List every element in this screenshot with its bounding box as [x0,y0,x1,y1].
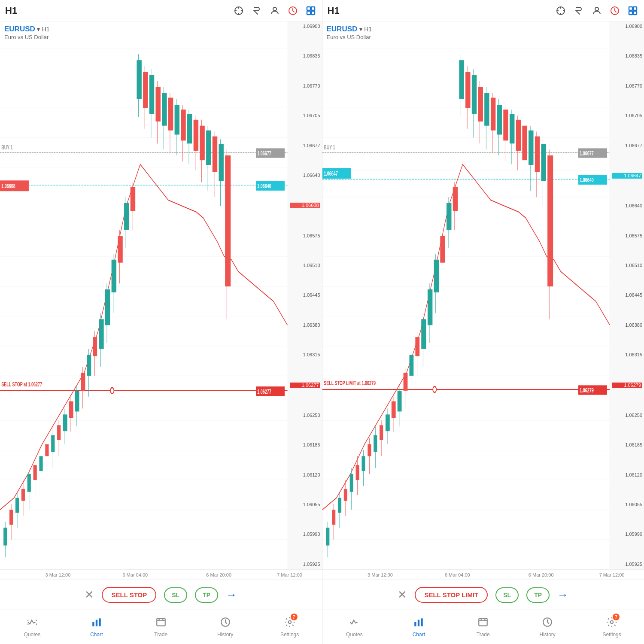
svg-rect-10 [311,11,315,15]
formula-icon-right[interactable] [573,5,585,17]
price-level: 1.06445 [290,293,320,298]
price-level: 1.06055 [290,502,320,507]
left-nav-quotes-label: Quotes [24,632,41,638]
left-header-icons [233,5,317,17]
right-nav-settings[interactable]: 7 Settings [580,610,644,644]
svg-rect-109 [225,155,231,286]
svg-rect-61 [75,391,79,412]
svg-rect-180 [397,391,401,412]
svg-rect-63 [81,373,85,391]
right-order-type-button[interactable]: SELL STOP LIMIT [415,587,488,603]
svg-text:1.06640: 1.06640 [580,176,593,184]
price-level: 1.06640 [612,204,642,208]
left-nav-settings[interactable]: 7 Settings [258,610,322,644]
svg-rect-200 [459,60,464,99]
right-nav-trade-label: Trade [477,632,490,638]
crosshair-icon-left[interactable] [233,5,245,17]
svg-rect-101 [200,126,204,160]
right-close-button[interactable]: ✕ [398,588,407,601]
right-nav-trade[interactable]: Trade [451,610,515,644]
svg-rect-210 [490,98,495,131]
price-level: 1.06575 [290,234,320,238]
right-header-icons [555,5,639,17]
svg-text:1.06647: 1.06647 [324,170,337,177]
svg-rect-162 [343,489,347,501]
right-nav-history[interactable]: History [515,610,580,644]
left-nav-chart[interactable]: Chart [64,610,129,644]
right-sl-button[interactable]: SL [495,587,519,603]
price-level: 1.06677 [290,143,320,148]
right-tp-button[interactable]: TP [526,587,550,603]
timer-icon-left[interactable] [287,5,299,17]
time-label-4: 7 Mar 12:00 [599,572,625,577]
price-level: 1.06608 [290,203,320,208]
price-level: 1.06575 [612,234,642,238]
right-symbol-desc: Euro vs US Dollar [327,34,372,40]
right-nav-chart[interactable]: Chart [386,610,451,644]
right-symbol: EURUSD ▾ H1 [327,25,372,33]
price-level: 1.06770 [612,84,642,88]
quotes-icon-right [349,617,360,630]
svg-rect-81 [137,60,141,99]
left-order-type-button[interactable]: SELL STOP [102,587,156,603]
history-icon-right [542,617,553,630]
right-chart-area: EURUSD ▾ H1 Euro vs US Dollar [322,21,644,569]
svg-rect-246 [415,622,416,626]
svg-rect-208 [484,93,489,125]
svg-rect-192 [434,260,438,292]
price-level: 1.06380 [612,323,642,328]
svg-text:1.06279: 1.06279 [580,387,593,394]
right-nav-settings-label: Settings [602,632,621,638]
svg-rect-224 [535,137,539,172]
svg-point-245 [288,621,291,624]
formula-icon-left[interactable] [251,5,263,17]
svg-rect-57 [63,414,67,431]
timer-icon-right[interactable] [609,5,621,17]
left-nav-history[interactable]: History [193,610,258,644]
left-nav-trade[interactable]: Trade [129,610,193,644]
svg-rect-220 [522,126,527,160]
price-level: 1.06250 [290,413,320,418]
left-nav-quotes[interactable]: Quotes [0,610,64,644]
svg-rect-172 [374,435,377,452]
price-level: 1.06279 [612,383,642,388]
svg-rect-95 [181,109,185,140]
left-tp-button[interactable]: TP [195,587,218,603]
svg-rect-158 [332,510,335,525]
price-level: 1.06835 [290,54,320,58]
left-timeframe: H1 [5,5,17,16]
crosshair-icon-right[interactable] [555,5,567,17]
time-label-3: 6 Mar 20:00 [206,572,231,577]
svg-rect-87 [156,87,161,122]
svg-rect-128 [633,11,637,15]
time-label-1: 3 Mar 12:00 [46,572,71,577]
person-icon-left[interactable] [269,5,281,17]
price-level: 1.06900 [290,24,320,29]
right-chart-info: EURUSD ▾ H1 Euro vs US Dollar [327,25,372,40]
price-level: 1.06055 [612,502,642,507]
link-icon-left[interactable] [305,5,317,17]
time-label-2: 6 Mar 04:00 [445,572,470,577]
svg-text:BUY 1: BUY 1 [324,144,335,151]
chart-icon-right [413,617,424,630]
left-sl-button[interactable]: SL [164,587,187,603]
left-close-button[interactable]: ✕ [85,588,94,601]
link-icon-right[interactable] [627,5,639,17]
svg-rect-249 [479,618,488,626]
svg-rect-178 [391,401,395,418]
svg-text:1.06277: 1.06277 [257,388,271,395]
right-candle-chart: BUY 1 SELL STOP LIMIT at 1.06279 [322,21,610,569]
settings-badge-left: 7 [291,614,298,620]
right-nav-quotes[interactable]: Quotes [322,610,387,644]
svg-text:BUY 1: BUY 1 [1,144,12,151]
price-level: 1.06640 [290,173,320,178]
price-level: 1.06647 [612,173,642,179]
svg-rect-75 [118,236,122,262]
person-icon-right[interactable] [591,5,603,17]
svg-rect-79 [131,187,135,211]
right-next-button[interactable]: → [557,588,568,601]
svg-rect-43 [21,489,25,501]
left-next-button[interactable]: → [226,588,237,601]
svg-rect-126 [633,7,637,10]
left-chart-area: EURUSD ▾ H1 Euro vs US Dollar [0,21,322,569]
